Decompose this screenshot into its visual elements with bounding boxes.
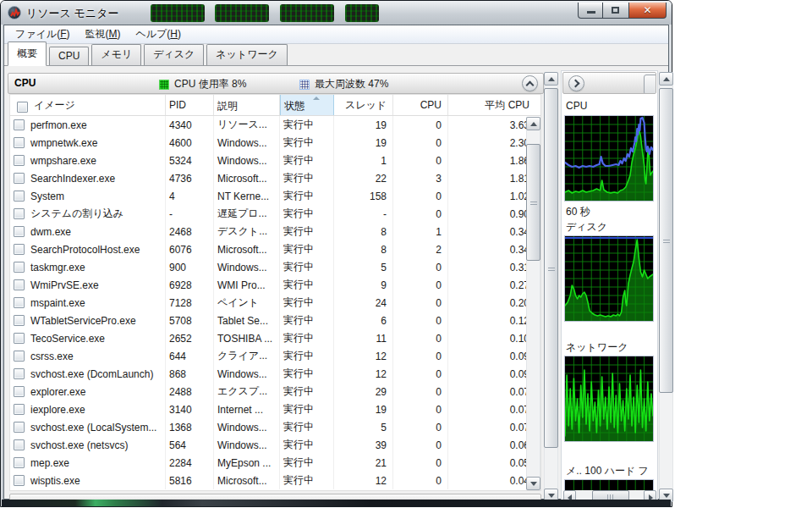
process-name: mspaint.exe xyxy=(30,297,85,309)
table-row[interactable]: wmpnetwk.exe4600Windows...実行中1902.30 xyxy=(10,134,540,152)
process-name: wisptis.exe xyxy=(30,475,80,487)
aero-glass-reflection xyxy=(215,4,269,22)
menu-monitor[interactable]: 監視(M) xyxy=(77,25,128,43)
process-name: SearchIndexer.exe xyxy=(30,173,115,185)
column-header-image[interactable]: イメージ xyxy=(10,95,166,115)
pane-scrollbar[interactable] xyxy=(544,72,558,502)
cpu-section-header: CPU CPU 使用率 8% 最大周波数 47% xyxy=(8,73,544,94)
process-name: SearchProtocolHost.exe xyxy=(30,244,140,256)
table-scrollbar-thumb[interactable] xyxy=(526,144,540,261)
table-row[interactable]: WmiPrvSE.exe6928WMI Pro...実行中900.27 xyxy=(10,276,540,294)
row-checkbox[interactable] xyxy=(14,155,25,166)
table-row[interactable]: SearchIndexer.exe4736Microsoft...実行中2231… xyxy=(10,169,540,187)
table-row[interactable]: System4NT Kerne...実行中15801.02 xyxy=(10,187,540,205)
table-row[interactable]: csrss.exe644クライア...実行中1200.09 xyxy=(10,347,540,365)
close-button[interactable]: ✕ xyxy=(628,3,667,19)
window-title: リソース モニター xyxy=(26,6,118,21)
table-row[interactable]: explorer.exe2488エクスプ...実行中2900.07 xyxy=(10,383,540,400)
table-row[interactable]: taskmgr.exe900Windows...実行中500.31 xyxy=(10,258,540,276)
table-scroll-down-button[interactable] xyxy=(526,477,540,490)
process-name: システムの割り込み xyxy=(30,207,123,221)
process-name: WmiPrvSE.exe xyxy=(30,279,99,291)
table-row[interactable]: svchost.exe (DcomLaunch)868Windows...実行中… xyxy=(10,365,540,383)
row-checkbox[interactable] xyxy=(14,439,25,450)
table-row[interactable]: svchost.exe (netsvcs)564Windows...実行中390… xyxy=(10,436,540,454)
process-name: explorer.exe xyxy=(30,386,85,398)
process-name: WTabletServicePro.exe xyxy=(30,315,136,327)
row-checkbox[interactable] xyxy=(14,279,25,290)
triangle-down-icon xyxy=(663,494,670,498)
row-checkbox[interactable] xyxy=(14,404,25,415)
menu-bar: ファイル(F) 監視(M) ヘルプ(H) xyxy=(4,25,668,44)
row-checkbox[interactable] xyxy=(14,244,25,255)
triangle-up-icon xyxy=(548,77,555,81)
row-checkbox[interactable] xyxy=(14,315,25,326)
row-checkbox[interactable] xyxy=(14,190,25,202)
row-checkbox[interactable] xyxy=(14,351,25,362)
pane-scrollbar-thumb[interactable] xyxy=(544,88,558,448)
column-header-pid[interactable]: PID xyxy=(166,95,214,115)
row-checkbox[interactable] xyxy=(14,208,25,219)
row-checkbox[interactable] xyxy=(14,457,25,468)
tab-disk[interactable]: ディスク xyxy=(144,44,204,65)
row-checkbox[interactable] xyxy=(14,173,25,184)
table-scrollbar[interactable] xyxy=(526,117,540,490)
sidebar-scrollbar[interactable] xyxy=(659,72,673,502)
minimize-button[interactable] xyxy=(578,3,603,19)
triangle-up-icon xyxy=(530,122,537,126)
collapse-sidebar-button[interactable] xyxy=(568,75,584,91)
row-checkbox[interactable] xyxy=(14,262,25,273)
titlebar[interactable]: リソース モニター ✕ xyxy=(1,1,672,25)
tab-network[interactable]: ネットワーク xyxy=(206,44,287,65)
table-row[interactable]: wmpshare.exe5324Windows...実行中101.86 xyxy=(10,152,540,169)
table-row[interactable]: svchost.exe (LocalSystem...1368Windows..… xyxy=(10,418,540,436)
column-header-cpu[interactable]: CPU xyxy=(393,95,448,115)
row-checkbox[interactable] xyxy=(14,333,25,344)
row-checkbox[interactable] xyxy=(14,475,25,486)
maximize-button[interactable] xyxy=(603,3,628,19)
table-row[interactable]: TecoService.exe2652TOSHIBA ...実行中1100.10 xyxy=(10,329,540,347)
table-row[interactable]: perfmon.exe4340リソース...実行中1903.63 xyxy=(10,116,540,134)
column-header-threads[interactable]: スレッド xyxy=(334,95,393,115)
table-row[interactable]: wisptis.exe5816Microsoft...実行中1200.04 xyxy=(10,472,540,489)
cpu-usage-swatch-icon xyxy=(159,80,169,90)
process-name: dwm.exe xyxy=(30,226,71,238)
aero-glass-reflection xyxy=(151,4,205,22)
row-checkbox[interactable] xyxy=(14,297,25,308)
process-table-body: perfmon.exe4340リソース...実行中1903.63wmpnetwk… xyxy=(10,116,540,489)
menu-help[interactable]: ヘルプ(H) xyxy=(128,25,189,43)
menu-file[interactable]: ファイル(F) xyxy=(8,25,77,43)
table-row[interactable]: システムの割り込み-遅延プロ...実行中-00.90 xyxy=(10,205,540,223)
row-checkbox[interactable] xyxy=(14,368,25,379)
select-all-checkbox[interactable] xyxy=(17,102,28,113)
row-checkbox[interactable] xyxy=(14,119,25,130)
table-row[interactable]: iexplore.exe3140Internet ...実行中1900.07 xyxy=(10,400,540,418)
process-name: svchost.exe (DcomLaunch) xyxy=(30,368,153,380)
tab-cpu[interactable]: CPU xyxy=(49,47,89,65)
tab-overview[interactable]: 概要 xyxy=(8,41,47,66)
table-row[interactable]: mep.exe2284MyEpson ...実行中2100.05 xyxy=(10,454,540,472)
row-checkbox[interactable] xyxy=(14,422,25,433)
sidebar-scrollbar-thumb[interactable] xyxy=(659,88,673,393)
row-checkbox[interactable] xyxy=(14,226,25,237)
process-name: taskmgr.exe xyxy=(30,262,85,273)
pane-scroll-up-button[interactable] xyxy=(544,72,558,86)
tab-memory[interactable]: メモリ xyxy=(91,44,141,65)
column-header-average-cpu[interactable]: 平均 CPU xyxy=(448,95,540,115)
column-header-status[interactable]: 状態 xyxy=(280,95,334,115)
table-row[interactable]: dwm.exe2468デスクト...実行中810.34 xyxy=(10,223,540,240)
table-row[interactable]: mspaint.exe7128ペイント実行中2400.20 xyxy=(10,294,540,312)
table-scroll-up-button[interactable] xyxy=(526,117,540,130)
sidebar-partial-button[interactable] xyxy=(644,75,656,94)
column-header-description[interactable]: 説明 xyxy=(214,95,280,115)
table-row[interactable]: SearchProtocolHost.exe6076Microsoft...実行… xyxy=(10,240,540,258)
collapse-section-button[interactable] xyxy=(522,75,538,91)
tab-strip: 概要 CPU メモリ ディスク ネットワーク xyxy=(4,44,668,66)
sidebar-scroll-up-button[interactable] xyxy=(659,72,673,86)
process-table: イメージ PID 説明 状態 スレッド CPU 平均 CPU perfmon.e… xyxy=(9,94,541,491)
table-row[interactable]: WTabletServicePro.exe5708Tablet Se...実行中… xyxy=(10,312,540,329)
row-checkbox[interactable] xyxy=(14,386,25,397)
row-checkbox[interactable] xyxy=(14,137,25,148)
overview-page: CPU CPU 使用率 8% 最大周波数 47% イ xyxy=(4,66,668,499)
cpu-usage-legend: CPU 使用率 8% xyxy=(159,77,246,91)
